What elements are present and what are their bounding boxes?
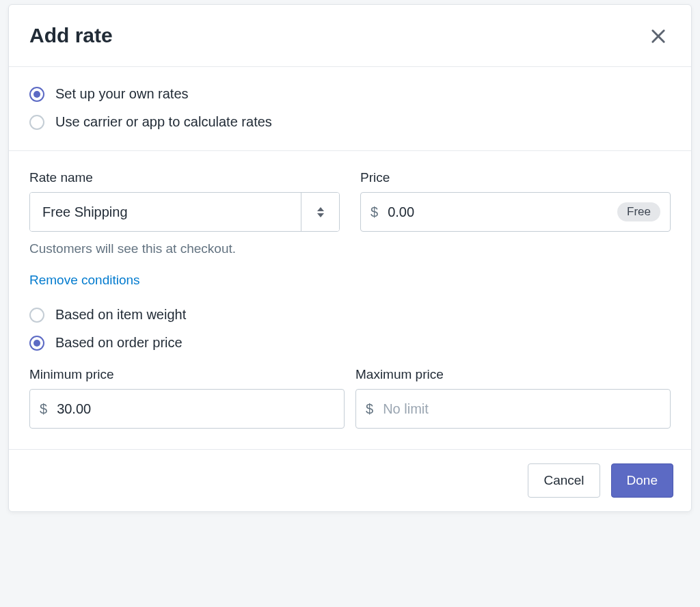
min-max-row: Minimum price $ Maximum price $ [29, 367, 671, 429]
chevron-down-icon [317, 213, 324, 217]
currency-symbol: $ [366, 401, 373, 417]
rate-name-input[interactable] [30, 193, 301, 231]
radio-indicator [29, 336, 44, 351]
min-price-field: Minimum price $ [29, 367, 345, 429]
max-price-input[interactable] [381, 401, 660, 418]
price-input[interactable] [386, 204, 609, 221]
modal-footer: Cancel Done [9, 450, 691, 511]
cancel-button[interactable]: Cancel [528, 463, 600, 498]
radio-label: Use carrier or app to calculate rates [55, 114, 272, 130]
radio-carrier-rates[interactable]: Use carrier or app to calculate rates [29, 114, 671, 130]
min-price-wrap[interactable]: $ [29, 389, 345, 429]
max-price-label: Maximum price [355, 367, 671, 382]
min-price-input[interactable] [55, 401, 334, 418]
close-button[interactable] [646, 24, 671, 49]
remove-conditions-link[interactable]: Remove conditions [29, 273, 140, 288]
add-rate-modal: Add rate Set up your own rates Use carri… [8, 4, 692, 512]
rate-name-field: Rate name Customers will see this at che… [29, 170, 340, 256]
radio-based-on-weight[interactable]: Based on item weight [29, 307, 671, 323]
radio-label: Based on item weight [55, 307, 186, 323]
modal-header: Add rate [9, 5, 691, 67]
currency-symbol: $ [40, 401, 47, 417]
free-badge: Free [617, 202, 660, 221]
rate-details-section: Rate name Customers will see this at che… [9, 151, 691, 450]
rate-name-label: Rate name [29, 170, 340, 185]
rate-name-help: Customers will see this at checkout. [29, 241, 340, 256]
condition-basis-group: Based on item weight Based on order pric… [29, 307, 671, 351]
radio-indicator [29, 115, 44, 130]
rate-name-stepper[interactable] [301, 193, 339, 231]
price-label: Price [360, 170, 671, 185]
price-input-wrap[interactable]: $ Free [360, 192, 671, 232]
price-field: Price $ Free [360, 170, 671, 232]
radio-based-on-price[interactable]: Based on order price [29, 335, 671, 351]
currency-symbol: $ [371, 204, 378, 220]
radio-own-rates[interactable]: Set up your own rates [29, 86, 671, 102]
max-price-field: Maximum price $ [355, 367, 671, 429]
chevron-up-icon [317, 207, 324, 211]
radio-indicator [29, 308, 44, 323]
max-price-wrap[interactable]: $ [355, 389, 671, 429]
modal-title: Add rate [29, 24, 113, 47]
close-icon [649, 27, 668, 46]
radio-label: Set up your own rates [55, 86, 189, 102]
radio-indicator [29, 87, 44, 102]
rate-name-price-row: Rate name Customers will see this at che… [29, 170, 671, 256]
done-button[interactable]: Done [611, 463, 673, 498]
radio-label: Based on order price [55, 335, 183, 351]
rate-type-section: Set up your own rates Use carrier or app… [9, 67, 691, 151]
rate-name-select[interactable] [29, 192, 340, 232]
min-price-label: Minimum price [29, 367, 345, 382]
